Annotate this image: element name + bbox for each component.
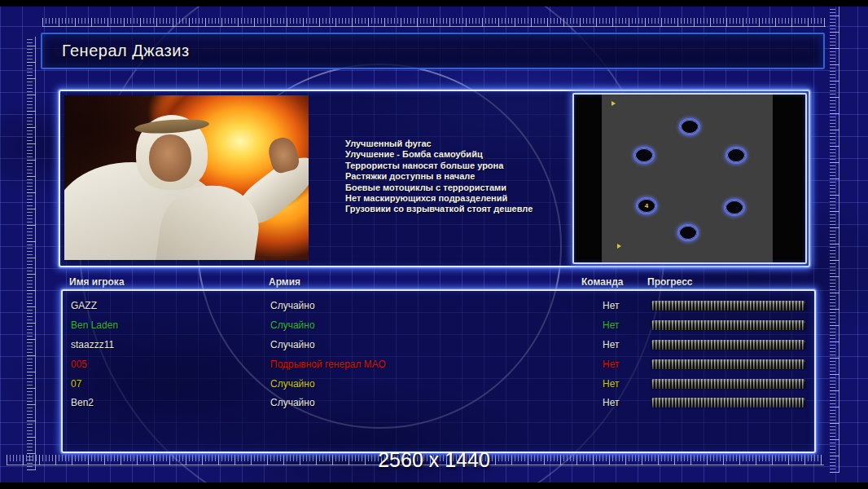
resolution-label: 2560 x 1440 <box>378 448 490 472</box>
loading-progress-bar <box>651 301 805 311</box>
loading-progress-bar <box>651 359 805 369</box>
loading-progress-bar <box>651 340 805 350</box>
player-name: 07 <box>71 374 81 394</box>
player-army: Подрывной генерал МАО <box>270 355 386 374</box>
player-row: Ben Laden Случайно Нет <box>64 315 813 335</box>
player-name: GAZZ <box>71 296 97 315</box>
player-name: staazzz11 <box>71 335 114 355</box>
player-army: Случайно <box>270 315 315 335</box>
player-row: 07 Случайно Нет <box>64 374 813 394</box>
player-army: Случайно <box>270 296 315 315</box>
general-portrait-image <box>64 95 309 260</box>
page-title: Генерал Джазиз <box>62 34 190 68</box>
player-team: Нет <box>603 296 619 315</box>
column-header-team: Команда <box>581 276 623 288</box>
player-rows: GAZZ Случайно Нет Ben Laden Случайно Нет… <box>64 293 813 412</box>
map-flag-icon <box>617 244 621 249</box>
ruler-right <box>830 7 840 473</box>
ruler-left <box>27 37 36 470</box>
player-army: Случайно <box>270 393 315 412</box>
player-row: staazzz11 Случайно Нет <box>64 335 813 355</box>
player-list-panel: GAZZ Случайно Нет Ben Laden Случайно Нет… <box>61 289 816 453</box>
loading-progress-bar <box>651 320 805 330</box>
loading-screen: Генерал Джазиз Улучшенный фугас Улучшени… <box>0 0 868 489</box>
player-team: Нет <box>603 335 619 355</box>
column-header-progress: Прогресс <box>647 276 692 288</box>
ability-item: Грузовики со взрывчаткой стоят дешевле <box>345 204 590 214</box>
player-team: Нет <box>603 374 619 394</box>
ability-item: Улучшение - Бомба самоубийц <box>345 149 590 160</box>
general-abilities-list: Улучшенный фугас Улучшение - Бомба самоу… <box>345 139 590 215</box>
start-position-marker <box>724 199 745 216</box>
player-army: Случайно <box>270 335 315 355</box>
general-info-panel: Улучшенный фугас Улучшение - Бомба самоу… <box>59 90 810 267</box>
start-position-marker <box>679 118 700 135</box>
start-position-marker-numbered: 4 <box>636 197 657 214</box>
player-name: 005 <box>71 355 87 374</box>
ability-item: Улучшенный фугас <box>345 139 590 149</box>
start-position-marker <box>726 147 747 164</box>
player-name: Ben2 <box>71 393 94 412</box>
player-team: Нет <box>603 393 619 412</box>
letterbox-bottom <box>0 482 868 489</box>
start-position-marker <box>633 147 655 164</box>
player-team: Нет <box>603 355 619 374</box>
letterbox-top <box>0 0 868 7</box>
column-header-army: Армия <box>269 276 300 288</box>
start-position-marker <box>677 224 699 241</box>
map-flag-icon <box>612 101 616 106</box>
ruler-top <box>42 18 826 27</box>
player-row: Ben2 Случайно Нет <box>64 393 813 412</box>
ability-item: Нет маскирующихся подразделений <box>345 193 590 204</box>
player-team: Нет <box>603 315 619 335</box>
ability-item: Террористы наносят больше урона <box>345 161 590 171</box>
player-army: Случайно <box>270 374 315 394</box>
ability-item: Растяжки доступны в начале <box>345 171 590 182</box>
loading-progress-bar <box>651 379 805 389</box>
player-row: 005 Подрывной генерал МАО Нет <box>64 355 813 374</box>
player-name: Ben Laden <box>71 315 118 335</box>
ability-item: Боевые мотоциклы с террористами <box>345 183 590 193</box>
map-preview: 4 <box>572 93 807 264</box>
player-table-header: Имя игрока Армия Команда Прогресс <box>0 276 868 289</box>
player-row: GAZZ Случайно Нет <box>64 296 813 315</box>
title-bar: Генерал Джазиз <box>41 33 825 69</box>
column-header-name: Имя игрока <box>69 276 125 288</box>
loading-progress-bar <box>651 398 805 408</box>
